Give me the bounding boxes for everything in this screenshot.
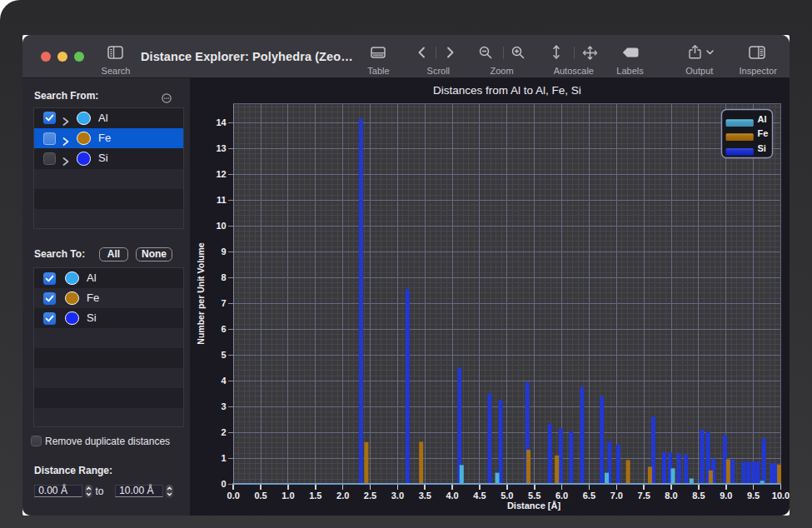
svg-text:10: 10 bbox=[216, 221, 226, 231]
svg-text:6: 6 bbox=[221, 324, 226, 334]
svg-text:4.0: 4.0 bbox=[446, 490, 458, 500]
svg-text:5.5: 5.5 bbox=[528, 490, 541, 500]
svg-text:3.0: 3.0 bbox=[391, 490, 403, 500]
svg-text:6.5: 6.5 bbox=[582, 490, 595, 500]
svg-text:8: 8 bbox=[221, 272, 226, 282]
svg-text:14: 14 bbox=[216, 117, 227, 127]
svg-text:4.5: 4.5 bbox=[473, 490, 486, 500]
svg-text:5: 5 bbox=[221, 350, 226, 360]
svg-text:5.0: 5.0 bbox=[501, 490, 513, 500]
svg-text:11: 11 bbox=[217, 195, 227, 205]
svg-text:1.0: 1.0 bbox=[281, 490, 294, 500]
svg-text:9: 9 bbox=[221, 247, 226, 257]
svg-text:6.0: 6.0 bbox=[555, 490, 567, 500]
svg-text:2.0: 2.0 bbox=[336, 490, 349, 500]
svg-text:7: 7 bbox=[221, 298, 226, 308]
svg-text:1: 1 bbox=[221, 453, 226, 463]
svg-text:Al: Al bbox=[757, 114, 766, 124]
svg-text:0: 0 bbox=[221, 479, 226, 489]
svg-text:2: 2 bbox=[221, 427, 226, 437]
svg-text:0.5: 0.5 bbox=[254, 490, 267, 500]
svg-text:3: 3 bbox=[221, 401, 226, 411]
svg-text:1.5: 1.5 bbox=[309, 490, 321, 500]
svg-text:Fe: Fe bbox=[757, 128, 768, 138]
svg-text:9.5: 9.5 bbox=[746, 490, 759, 500]
svg-text:12: 12 bbox=[216, 169, 226, 179]
svg-text:7.5: 7.5 bbox=[637, 490, 650, 500]
svg-text:10.0: 10.0 bbox=[771, 490, 789, 500]
svg-text:8.5: 8.5 bbox=[692, 490, 705, 500]
svg-text:Distances from Al to Al, Fe, S: Distances from Al to Al, Fe, Si bbox=[432, 83, 580, 96]
svg-text:Number per Unit Volume: Number per Unit Volume bbox=[195, 242, 205, 344]
svg-text:9.0: 9.0 bbox=[720, 490, 732, 500]
svg-text:8.0: 8.0 bbox=[665, 490, 677, 500]
svg-text:Si: Si bbox=[757, 143, 765, 153]
svg-text:2.5: 2.5 bbox=[363, 490, 376, 500]
svg-text:Distance [Å]: Distance [Å] bbox=[506, 500, 560, 510]
svg-text:13: 13 bbox=[216, 143, 226, 153]
svg-text:3.5: 3.5 bbox=[418, 490, 431, 500]
svg-text:4: 4 bbox=[221, 376, 227, 386]
svg-text:7.0: 7.0 bbox=[610, 490, 622, 500]
svg-text:0.0: 0.0 bbox=[227, 490, 239, 500]
